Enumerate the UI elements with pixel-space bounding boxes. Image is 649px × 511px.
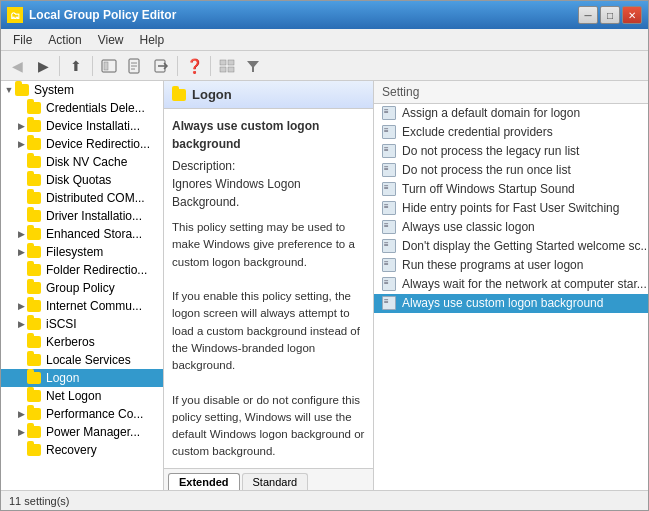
tree-item-folder-redirect[interactable]: Folder Redirectio... [1,261,163,279]
back-button[interactable]: ◀ [5,54,29,78]
tree-item-logon[interactable]: Logon [1,369,163,387]
tree-arrow-internet-comm: ▶ [15,301,27,311]
tree-item-performance[interactable]: ▶ Performance Co... [1,405,163,423]
tree-item-internet-comm[interactable]: ▶ Internet Commu... [1,297,163,315]
list-item-startup-sound[interactable]: Turn off Windows Startup Sound [374,180,648,199]
tree-label-power-manager: Power Manager... [46,425,140,439]
tree-arrow-enhanced-storage: ▶ [15,229,27,239]
show-icon [101,58,117,74]
tree-label-enhanced-storage: Enhanced Stora... [46,227,142,241]
list-item-assign-domain[interactable]: Assign a default domain for logon [374,104,648,123]
folder-icon-distributed-com [27,191,43,205]
list-item-no-legacy-run[interactable]: Do not process the legacy run list [374,142,648,161]
show-hide-button[interactable] [97,54,121,78]
folder-icon-internet-comm [27,299,43,313]
tree-arrow-device-install: ▶ [15,121,27,131]
tree-label-locale-services: Locale Services [46,353,131,367]
title-bar-left: 🗂 Local Group Policy Editor [7,7,176,23]
list-label-exclude-credential: Exclude credential providers [402,125,553,139]
policy-icon-exclude-credential [382,125,398,139]
list-item-exclude-credential[interactable]: Exclude credential providers [374,123,648,142]
tab-standard[interactable]: Standard [242,473,309,490]
tree-item-credentials[interactable]: Credentials Dele... [1,99,163,117]
toolbar-separator-3 [177,56,178,76]
right-pane: Setting Assign a default domain for logo… [374,81,648,490]
export-button[interactable] [149,54,173,78]
right-list: Assign a default domain for logon Exclud… [374,104,648,490]
list-label-wait-network: Always wait for the network at computer … [402,277,647,291]
tree-item-disk-nv[interactable]: Disk NV Cache [1,153,163,171]
list-item-wait-network[interactable]: Always wait for the network at computer … [374,275,648,294]
up-button[interactable]: ⬆ [64,54,88,78]
policy-icon-no-run-once [382,163,398,177]
list-item-custom-logon-bg[interactable]: Always use custom logon background [374,294,648,313]
tree-label-kerberos: Kerberos [46,335,95,349]
main-window: 🗂 Local Group Policy Editor ─ □ ✕ File A… [0,0,649,511]
list-item-classic-logon[interactable]: Always use classic logon [374,218,648,237]
toolbar-separator-4 [210,56,211,76]
list-item-hide-fast-switch[interactable]: Hide entry points for Fast User Switchin… [374,199,648,218]
tree-label-disk-quotas: Disk Quotas [46,173,111,187]
window-title: Local Group Policy Editor [29,8,176,22]
folder-icon-recovery [27,443,43,457]
body-text: This policy setting may be used to make … [172,219,365,461]
folder-icon-system [15,83,31,97]
tree-item-enhanced-storage[interactable]: ▶ Enhanced Stora... [1,225,163,243]
policy-icon-no-getting-started [382,239,398,253]
main-content: ▼ System Credentials Dele... ▶ Device In… [1,81,648,490]
tree-item-device-install[interactable]: ▶ Device Installati... [1,117,163,135]
tree-item-kerberos[interactable]: Kerberos [1,333,163,351]
folder-icon-logon [27,371,43,385]
list-label-no-legacy-run: Do not process the legacy run list [402,144,579,158]
tab-extended[interactable]: Extended [168,473,240,490]
policy-title: Always use custom logon background [172,117,365,153]
menu-file[interactable]: File [5,31,40,49]
folder-icon-performance [27,407,43,421]
properties-button[interactable] [123,54,147,78]
policy-icon-run-programs [382,258,398,272]
menu-action[interactable]: Action [40,31,89,49]
list-item-no-getting-started[interactable]: Don't display the Getting Started welcom… [374,237,648,256]
tree-label-net-logon: Net Logon [46,389,101,403]
folder-icon-filesystem [27,245,43,259]
folder-icon-disk-quotas [27,173,43,187]
tree-item-driver-install[interactable]: Driver Installatio... [1,207,163,225]
help-button[interactable]: ❓ [182,54,206,78]
maximize-button[interactable]: □ [600,6,620,24]
folder-icon-iscsi [27,317,43,331]
tree-item-device-redirect[interactable]: ▶ Device Redirectio... [1,135,163,153]
folder-icon-kerberos [27,335,43,349]
tree-item-recovery[interactable]: Recovery [1,441,163,459]
tree-item-power-manager[interactable]: ▶ Power Manager... [1,423,163,441]
minimize-button[interactable]: ─ [578,6,598,24]
tree-item-net-logon[interactable]: Net Logon [1,387,163,405]
filter-button[interactable] [241,54,265,78]
tree-label-internet-comm: Internet Commu... [46,299,142,313]
svg-rect-10 [220,67,226,72]
tree-item-filesystem[interactable]: ▶ Filesystem [1,243,163,261]
tree-item-system[interactable]: ▼ System [1,81,163,99]
tree-label-device-redirect: Device Redirectio... [46,137,150,151]
policy-icon-startup-sound [382,182,398,196]
list-item-run-programs[interactable]: Run these programs at user logon [374,256,648,275]
policy-icon-custom-logon-bg [382,296,398,310]
view-button[interactable] [215,54,239,78]
tree-item-iscsi[interactable]: ▶ iSCSI [1,315,163,333]
menu-view[interactable]: View [90,31,132,49]
list-label-custom-logon-bg: Always use custom logon background [402,296,603,310]
list-item-no-run-once[interactable]: Do not process the run once list [374,161,648,180]
folder-icon-enhanced-storage [27,227,43,241]
policy-icon-hide-fast-switch [382,201,398,215]
folder-icon-group-policy [27,281,43,295]
tree-item-group-policy[interactable]: Group Policy [1,279,163,297]
list-label-hide-fast-switch: Hide entry points for Fast User Switchin… [402,201,619,215]
tree-item-disk-quotas[interactable]: Disk Quotas [1,171,163,189]
tree-label-system: System [34,83,74,97]
close-button[interactable]: ✕ [622,6,642,24]
tree-label-driver-install: Driver Installatio... [46,209,142,223]
toolbar: ◀ ▶ ⬆ ❓ [1,51,648,81]
tree-item-locale-services[interactable]: Locale Services [1,351,163,369]
menu-help[interactable]: Help [132,31,173,49]
tree-item-distributed-com[interactable]: Distributed COM... [1,189,163,207]
forward-button[interactable]: ▶ [31,54,55,78]
